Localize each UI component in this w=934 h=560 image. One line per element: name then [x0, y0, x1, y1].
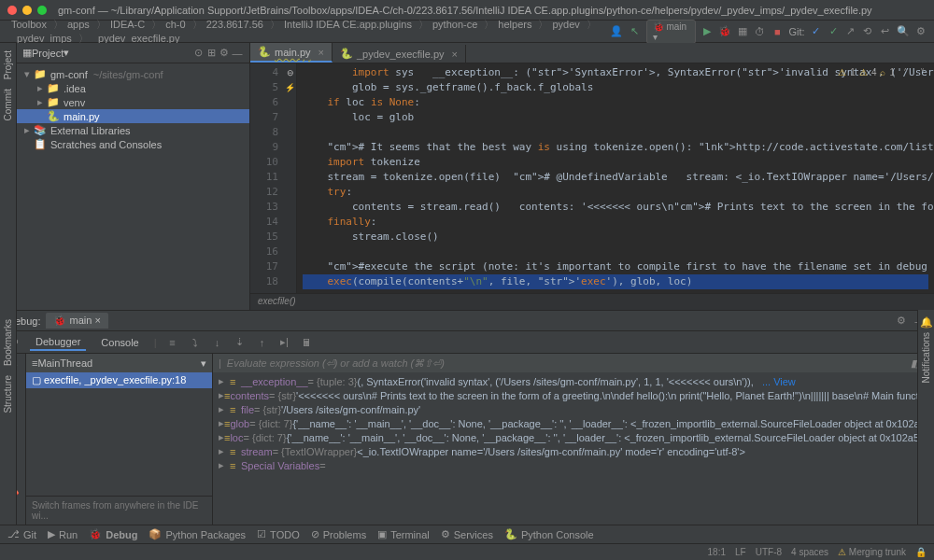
encoding[interactable]: UTF-8 [756, 547, 782, 557]
vcs-update-icon[interactable]: ✓ [811, 25, 822, 38]
caret-position[interactable]: 18:1 [708, 547, 726, 557]
hammer-icon[interactable]: ↖ [629, 25, 640, 38]
run-config-selector[interactable]: 🐞 main ▾ [646, 20, 696, 44]
breadcrumb-item[interactable]: IntelliJ IDEA CE.app.plugins [280, 19, 416, 30]
step-out-icon[interactable]: ↑ [256, 336, 269, 349]
view-link[interactable]: ... View [757, 376, 796, 387]
nav-breadcrumb: Toolbox 〉apps 〉IDEA-C 〉ch-0 〉223.8617.56… [0, 21, 934, 43]
debugger-tab[interactable]: Debugger [30, 334, 86, 351]
vcs-history-icon[interactable]: ⟲ [862, 25, 873, 38]
tab-notifications[interactable]: Notifications [921, 329, 931, 386]
breadcrumb-item[interactable]: Toolbox [7, 19, 50, 30]
variable-row[interactable]: ▸≡ glob = {dict: 7} {'__name__': '__main… [217, 416, 930, 430]
breadcrumb-item[interactable]: pydev [549, 19, 584, 30]
variable-row[interactable]: ▸≡ contents = {str} '<<<<<<< ours\n# Pri… [217, 388, 930, 402]
breadcrumb-item[interactable]: _pydev_execfile.py [89, 33, 184, 44]
tab-structure[interactable]: Structure [3, 371, 13, 417]
step-into-my-icon[interactable]: ⇣ [234, 336, 247, 349]
stop-icon[interactable]: ■ [771, 25, 783, 38]
debug-session-tab[interactable]: 🐞 main × [46, 313, 107, 329]
bottom-tool-python-console[interactable]: 🐍Python Console [504, 528, 594, 540]
editor-tab[interactable]: 🐍main.py× [250, 43, 333, 63]
thread-selector[interactable]: ≡ MainThread ▾ [26, 354, 212, 372]
bottom-tool-python-packages[interactable]: 📦Python Packages [149, 528, 246, 540]
search-icon[interactable]: 🔍 [897, 25, 910, 38]
debug-icon[interactable]: 🐞 [718, 25, 731, 38]
tree-row[interactable]: ▸📁venv [17, 95, 249, 109]
tab-commit[interactable]: Commit [3, 85, 13, 124]
run-icon[interactable]: ▶ [701, 25, 713, 38]
evaluate-icon[interactable]: 🖩 [301, 336, 314, 349]
variable-row[interactable]: ▸≡ file = {str} '/Users /sites/gm-conf/m… [217, 402, 930, 416]
frames-icon[interactable]: ≡ [166, 336, 179, 349]
breadcrumb-item[interactable]: apps [64, 19, 93, 30]
maximize-window-icon[interactable] [37, 6, 47, 15]
bottom-tool-services[interactable]: ⚙Services [441, 528, 493, 540]
tree-row[interactable]: ▸📁.idea [17, 81, 249, 95]
gear-icon[interactable]: ⚙ [895, 315, 908, 328]
tree-row[interactable]: 🐍main.py [17, 109, 249, 123]
bottom-tool-debug[interactable]: 🐞Debug [89, 528, 137, 540]
tab-bookmarks[interactable]: Bookmarks [3, 315, 13, 370]
git-branch[interactable]: ⚠ Merging trunk [838, 547, 906, 557]
tree-row[interactable]: ▸📚External Libraries [17, 123, 249, 137]
project-tree[interactable]: ▾📁gm-conf~/sites/gm-conf▸📁.idea▸📁venv🐍ma… [17, 63, 249, 155]
editor-inspection[interactable]: ⚠1 ⚠4 ⌕1 ˄ ˅ [838, 65, 928, 78]
line-gutter: 456789101112131415161718 [250, 63, 284, 293]
variable-row[interactable]: ▸≡ __exception__ = {tuple: 3} (, SyntaxE… [217, 374, 930, 388]
warning-icon: ⌕ [880, 67, 885, 77]
indent[interactable]: 4 spaces [791, 547, 828, 557]
close-tab-icon[interactable]: × [452, 49, 458, 60]
bottom-tool-terminal[interactable]: ▣Terminal [377, 528, 430, 540]
step-over-icon[interactable]: ⤵ [189, 336, 202, 349]
settings-icon[interactable]: ⚙ [915, 25, 927, 38]
editor-tab[interactable]: 🐍_pydev_execfile.py× [333, 45, 466, 63]
coverage-icon[interactable]: ▦ [737, 25, 748, 38]
vcs-commit-icon[interactable]: ✓ [828, 25, 839, 38]
lock-icon[interactable]: 🔒 [915, 547, 927, 557]
tab-project[interactable]: Project [3, 47, 13, 83]
notification-bell-icon[interactable]: 🔔 [920, 315, 933, 329]
close-tab-icon[interactable]: × [318, 47, 324, 58]
select-opened-icon[interactable]: ⊙ [191, 47, 205, 60]
breadcrumb-item[interactable]: 223.8617.56 [203, 19, 267, 30]
expand-icon[interactable]: ⊞ [205, 47, 218, 60]
variables-list[interactable]: ▸≡ __exception__ = {tuple: 3} (, SyntaxE… [213, 372, 934, 525]
breadcrumb-item[interactable]: _pydev_imps [7, 33, 76, 44]
line-ending[interactable]: LF [735, 547, 746, 557]
frame-row[interactable]: ▢ execfile, _pydev_execfile.py:18 [26, 372, 212, 388]
close-window-icon[interactable] [7, 6, 17, 15]
run-config-name: main [666, 21, 686, 32]
breadcrumb-item[interactable]: ch-0 [162, 19, 189, 30]
chevron-down-icon[interactable]: ˅ [915, 65, 928, 78]
tree-row[interactable]: 📋Scratches and Consoles [17, 137, 249, 151]
bottom-tool-git[interactable]: ⎇Git [7, 528, 36, 540]
breadcrumb-item[interactable]: IDEA-C [106, 19, 149, 30]
code-area[interactable]: import sys __exception__: ("str">'Syntax… [297, 63, 934, 293]
variable-row[interactable]: ▸≡ stream = {TextIOWrapper} <_io.TextIOW… [217, 444, 930, 458]
thread-name: MainThread [37, 357, 92, 369]
bottom-tool-todo[interactable]: ☑TODO [257, 528, 300, 540]
editor-body[interactable]: 456789101112131415161718 ⊖ ⚡ import sys … [250, 63, 934, 293]
tree-row[interactable]: ▾📁gm-conf~/sites/gm-conf [17, 67, 249, 81]
variable-row[interactable]: ▸≡ loc = {dict: 7} {'__name__': '__main_… [217, 430, 930, 444]
chevron-up-icon[interactable]: ˄ [899, 65, 912, 78]
evaluate-input[interactable]: |Evaluate expression (⏎) or add a watch … [213, 354, 934, 372]
bottom-tool-run[interactable]: ▶Run [48, 528, 78, 540]
user-icon[interactable]: 👤 [610, 25, 623, 38]
console-tab[interactable]: Console [95, 335, 144, 350]
breadcrumb-item[interactable]: helpers [494, 19, 535, 30]
run-to-cursor-icon[interactable]: ▸| [278, 336, 291, 349]
breadcrumb-item[interactable]: python-ce [429, 19, 481, 30]
variable-row[interactable]: ▸≡ Special Variables = [217, 458, 930, 472]
hide-icon[interactable]: — [231, 47, 244, 60]
profile-icon[interactable]: ⏱ [755, 25, 766, 38]
step-into-icon[interactable]: ↓ [211, 336, 224, 349]
right-tool-strip: 🔔 Notifications [917, 310, 934, 525]
minimize-window-icon[interactable] [22, 6, 32, 15]
gear-icon[interactable]: ⚙ [218, 47, 231, 60]
vcs-push-icon[interactable]: ↗ [844, 25, 856, 38]
editor-breadcrumb[interactable]: execfile() [250, 293, 934, 310]
bottom-tool-problems[interactable]: ⊘Problems [311, 528, 366, 540]
vcs-rollback-icon[interactable]: ↩ [879, 25, 890, 38]
